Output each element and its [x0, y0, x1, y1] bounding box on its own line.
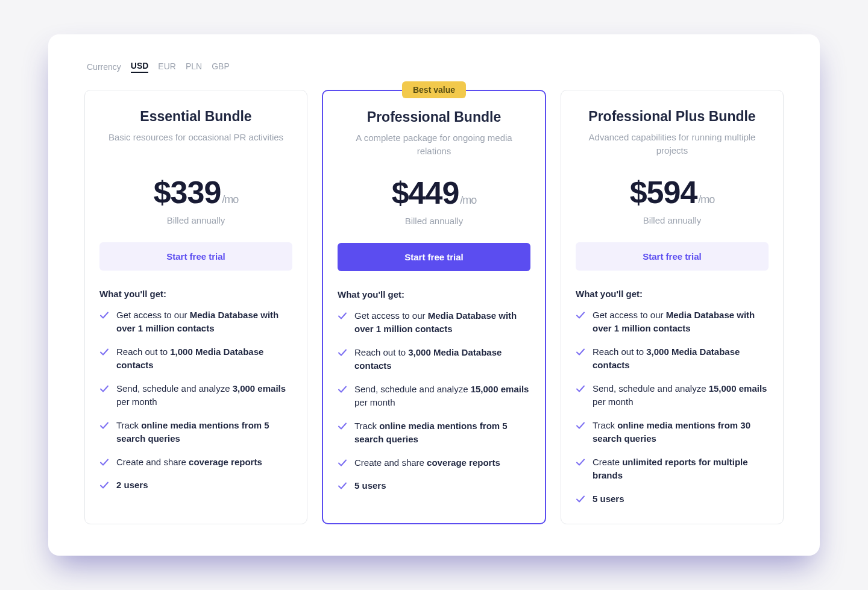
feature-text: Create unlimited reports for multiple br… [593, 456, 769, 483]
check-icon [338, 384, 347, 394]
plan-price: $449/mo [392, 175, 477, 211]
features-list: Get access to our Media Database with ov… [576, 309, 769, 506]
currency-option-gbp[interactable]: GBP [212, 61, 230, 72]
check-icon [338, 311, 347, 321]
check-icon [338, 348, 347, 357]
plan-subtitle: Basic resources for occasional PR activi… [99, 131, 292, 157]
price-period: /mo [222, 193, 238, 206]
currency-option-pln[interactable]: PLN [186, 61, 202, 72]
feature-item: 2 users [99, 479, 292, 492]
feature-item: Reach out to 3,000 Media Database contac… [576, 345, 769, 372]
feature-text: Track online media mentions from 5 searc… [354, 419, 530, 447]
plan-header: Professional BundleA complete package fo… [338, 109, 530, 158]
plan-price: $339/mo [154, 174, 239, 210]
check-icon [576, 347, 585, 357]
feature-text: Track online media mentions from 30 sear… [593, 419, 769, 446]
currency-option-usd[interactable]: USD [131, 61, 149, 73]
check-icon [99, 480, 109, 490]
plan-title: Essential Bundle [99, 108, 292, 125]
currency-option-eur[interactable]: EUR [158, 61, 176, 72]
feature-text: Create and share coverage reports [116, 456, 262, 469]
feature-text: Reach out to 1,000 Media Database contac… [116, 345, 292, 372]
feature-text: 2 users [116, 479, 148, 492]
billing-note: Billed annually [338, 216, 530, 226]
check-icon [99, 347, 109, 357]
plan-0: Essential BundleBasic resources for occa… [84, 90, 307, 525]
plan-1: Best valueProfessional BundleA complete … [322, 90, 546, 525]
features-list: Get access to our Media Database with ov… [99, 309, 292, 492]
feature-text: Reach out to 3,000 Media Database contac… [593, 345, 769, 372]
feature-text: Track online media mentions from 5 searc… [116, 419, 292, 446]
plan-subtitle: Advanced capabilities for running multip… [576, 131, 769, 157]
price-period: /mo [698, 193, 714, 206]
price-block: $594/moBilled annually [576, 174, 769, 225]
plan-2: Professional Plus BundleAdvanced capabil… [561, 90, 784, 525]
feature-text: Get access to our Media Database with ov… [593, 309, 769, 336]
feature-item: Create unlimited reports for multiple br… [576, 456, 769, 483]
feature-text: Send, schedule and analyze 3,000 emails … [116, 382, 292, 409]
billing-note: Billed annually [99, 215, 292, 225]
billing-note: Billed annually [576, 215, 769, 225]
feature-item: Create and share coverage reports [99, 456, 292, 469]
check-icon [576, 310, 585, 320]
feature-item: Track online media mentions from 5 searc… [338, 419, 530, 447]
start-free-trial-button[interactable]: Start free trial [576, 242, 769, 271]
feature-item: 5 users [338, 479, 530, 493]
plan-header: Essential BundleBasic resources for occa… [99, 108, 292, 157]
feature-item: Track online media mentions from 5 searc… [99, 419, 292, 446]
feature-item: Get access to our Media Database with ov… [576, 309, 769, 336]
start-free-trial-button[interactable]: Start free trial [99, 242, 292, 271]
price-block: $339/moBilled annually [99, 174, 292, 225]
check-icon [99, 384, 109, 394]
feature-item: Send, schedule and analyze 3,000 emails … [99, 382, 292, 409]
feature-item: Get access to our Media Database with ov… [338, 309, 530, 336]
price-block: $449/moBilled annually [338, 175, 530, 226]
feature-item: Track online media mentions from 30 sear… [576, 419, 769, 446]
features-heading: What you'll get: [99, 289, 292, 299]
check-icon [99, 421, 109, 430]
feature-text: Send, schedule and analyze 15,000 emails… [593, 382, 769, 409]
check-icon [576, 457, 585, 467]
check-icon [576, 421, 585, 430]
check-icon [99, 310, 109, 320]
feature-item: Reach out to 1,000 Media Database contac… [99, 345, 292, 372]
price-period: /mo [460, 194, 476, 207]
check-icon [576, 494, 585, 504]
feature-text: 5 users [593, 492, 624, 506]
features-heading: What you'll get: [576, 289, 769, 299]
feature-text: Create and share coverage reports [354, 456, 500, 470]
check-icon [338, 458, 347, 468]
plan-title: Professional Bundle [338, 109, 530, 125]
feature-item: 5 users [576, 492, 769, 506]
features-heading: What you'll get: [338, 289, 530, 300]
feature-text: Reach out to 3,000 Media Database contac… [354, 346, 530, 373]
features-list: Get access to our Media Database with ov… [338, 309, 530, 493]
plans-container: Essential BundleBasic resources for occa… [84, 90, 784, 525]
feature-item: Reach out to 3,000 Media Database contac… [338, 346, 530, 373]
plan-title: Professional Plus Bundle [576, 108, 769, 125]
currency-selector: Currency USDEURPLNGBP [84, 61, 784, 73]
feature-item: Get access to our Media Database with ov… [99, 309, 292, 336]
best-value-badge: Best value [402, 81, 466, 98]
feature-item: Send, schedule and analyze 15,000 emails… [338, 383, 530, 410]
feature-item: Send, schedule and analyze 15,000 emails… [576, 382, 769, 409]
check-icon [338, 481, 347, 491]
feature-text: Get access to our Media Database with ov… [354, 309, 530, 336]
feature-item: Create and share coverage reports [338, 456, 530, 470]
check-icon [99, 457, 109, 467]
feature-text: Send, schedule and analyze 15,000 emails… [354, 383, 530, 410]
plan-price: $594/mo [630, 174, 715, 210]
check-icon [338, 421, 347, 431]
plan-header: Professional Plus BundleAdvanced capabil… [576, 108, 769, 157]
feature-text: 5 users [354, 479, 386, 493]
pricing-card: Currency USDEURPLNGBP Essential BundleBa… [48, 34, 820, 556]
check-icon [576, 384, 585, 394]
start-free-trial-button[interactable]: Start free trial [338, 243, 530, 271]
currency-label: Currency [87, 62, 121, 72]
plan-subtitle: A complete package for ongoing media rel… [338, 131, 530, 158]
feature-text: Get access to our Media Database with ov… [116, 309, 292, 336]
